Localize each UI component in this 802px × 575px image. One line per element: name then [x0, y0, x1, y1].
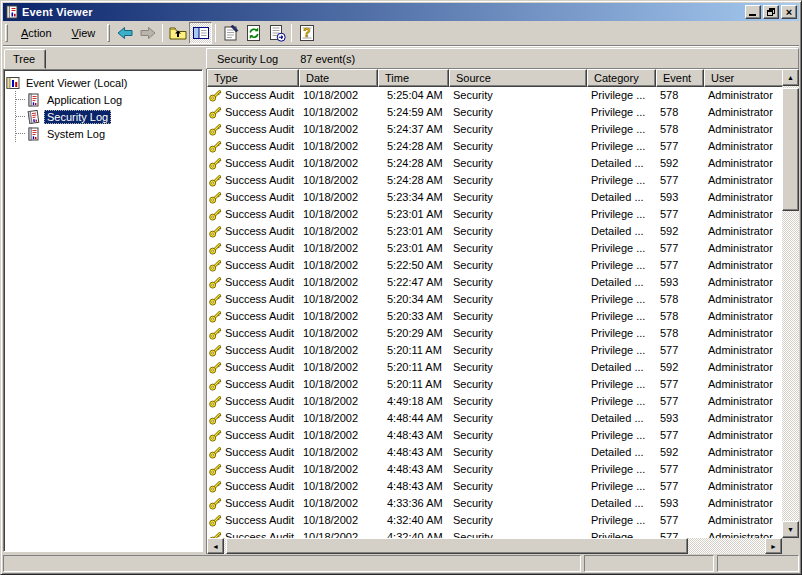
- event-row[interactable]: Success Audit 10/18/2002 4:48:43 AM Secu…: [207, 478, 782, 495]
- event-time: 5:23:01 AM: [378, 206, 449, 223]
- success-audit-key-icon: [209, 429, 222, 442]
- menubar-grip[interactable]: [5, 24, 8, 42]
- event-source: Security: [449, 325, 587, 342]
- tree-item-label[interactable]: Event Viewer (Local): [24, 76, 129, 90]
- event-type: Success Audit: [225, 376, 294, 393]
- event-row[interactable]: Success Audit 10/18/2002 5:23:01 AM Secu…: [207, 240, 782, 257]
- success-audit-key-icon: [209, 140, 222, 153]
- event-user: Administrator: [704, 359, 782, 376]
- event-row[interactable]: Success Audit 10/18/2002 4:32:40 AM Secu…: [207, 529, 782, 538]
- toolbar-grip[interactable]: [107, 24, 110, 42]
- refresh-button[interactable]: [242, 22, 265, 44]
- success-audit-key-icon: [209, 259, 222, 272]
- properties-button[interactable]: [219, 22, 242, 44]
- event-row[interactable]: Success Audit 10/18/2002 5:20:11 AM Secu…: [207, 342, 782, 359]
- event-row[interactable]: Success Audit 10/18/2002 5:20:11 AM Secu…: [207, 376, 782, 393]
- event-time: 5:23:01 AM: [378, 240, 449, 257]
- tree-item-label[interactable]: System Log: [44, 127, 108, 141]
- event-row[interactable]: Success Audit 10/18/2002 4:48:44 AM Secu…: [207, 410, 782, 427]
- show-hide-console-tree-button[interactable]: [189, 22, 212, 44]
- event-row[interactable]: Success Audit 10/18/2002 5:24:28 AM Secu…: [207, 138, 782, 155]
- event-source: Security: [449, 155, 587, 172]
- column-header-time[interactable]: Time: [378, 69, 449, 87]
- column-header-user[interactable]: User: [704, 69, 782, 87]
- event-row[interactable]: Success Audit 10/18/2002 5:24:59 AM Secu…: [207, 104, 782, 121]
- event-row[interactable]: Success Audit 10/18/2002 4:32:40 AM Secu…: [207, 512, 782, 529]
- titlebar[interactable]: Event Viewer ×: [3, 3, 799, 21]
- event-row[interactable]: Success Audit 10/18/2002 4:48:43 AM Secu…: [207, 427, 782, 444]
- vertical-scroll-track[interactable]: [782, 86, 799, 521]
- event-row[interactable]: Success Audit 10/18/2002 5:22:50 AM Secu…: [207, 257, 782, 274]
- event-time: 4:48:44 AM: [378, 410, 449, 427]
- tree-item-label[interactable]: Security Log: [44, 110, 111, 124]
- up-one-level-button[interactable]: [166, 22, 189, 44]
- event-row[interactable]: Success Audit 10/18/2002 5:20:29 AM Secu…: [207, 325, 782, 342]
- event-row[interactable]: Success Audit 10/18/2002 5:24:28 AM Secu…: [207, 155, 782, 172]
- vertical-scroll-thumb[interactable]: [782, 88, 799, 211]
- minimize-button[interactable]: [745, 5, 761, 19]
- tree-item-application-log[interactable]: Application Log: [16, 91, 200, 108]
- event-row[interactable]: Success Audit 10/18/2002 5:20:33 AM Secu…: [207, 308, 782, 325]
- event-source: Security: [449, 342, 587, 359]
- horizontal-scrollbar[interactable]: ◄ ►: [207, 538, 782, 554]
- caption-log-name: Security Log: [217, 53, 278, 65]
- event-row[interactable]: Success Audit 10/18/2002 5:23:34 AM Secu…: [207, 189, 782, 206]
- event-time: 4:48:43 AM: [378, 461, 449, 478]
- event-row[interactable]: Success Audit 10/18/2002 5:22:47 AM Secu…: [207, 274, 782, 291]
- close-button[interactable]: ×: [781, 5, 797, 19]
- event-source: Security: [449, 359, 587, 376]
- event-id: 593: [656, 189, 704, 206]
- column-header-event[interactable]: Event: [656, 69, 704, 87]
- event-row[interactable]: Success Audit 10/18/2002 4:48:43 AM Secu…: [207, 444, 782, 461]
- event-type-cell: Success Audit: [207, 410, 299, 427]
- restore-button[interactable]: [763, 5, 779, 19]
- horizontal-scroll-track[interactable]: [224, 538, 765, 554]
- tree-item-label[interactable]: Application Log: [44, 93, 125, 107]
- tree-item-event-viewer-local[interactable]: Event Viewer (Local): [6, 74, 200, 91]
- vertical-scrollbar[interactable]: ▲ ▼: [782, 69, 799, 538]
- event-row[interactable]: Success Audit 10/18/2002 5:20:34 AM Secu…: [207, 291, 782, 308]
- scroll-down-button[interactable]: ▼: [782, 521, 799, 538]
- tree-item-system-log[interactable]: System Log: [16, 125, 200, 142]
- menu-view[interactable]: View: [62, 24, 106, 42]
- tree-item-security-log[interactable]: Security Log: [16, 108, 200, 125]
- event-type: Success Audit: [225, 478, 294, 495]
- event-row[interactable]: Success Audit 10/18/2002 5:23:01 AM Secu…: [207, 223, 782, 240]
- event-row[interactable]: Success Audit 10/18/2002 4:49:18 AM Secu…: [207, 393, 782, 410]
- event-type-cell: Success Audit: [207, 172, 299, 189]
- event-viewer-window: Event Viewer × Action View: [0, 0, 802, 575]
- event-row[interactable]: Success Audit 10/18/2002 5:25:04 AM Secu…: [207, 87, 782, 104]
- event-type: Success Audit: [225, 342, 294, 359]
- event-user: Administrator: [704, 257, 782, 274]
- event-row[interactable]: Success Audit 10/18/2002 4:48:43 AM Secu…: [207, 461, 782, 478]
- event-date: 10/18/2002: [299, 121, 378, 138]
- event-row[interactable]: Success Audit 10/18/2002 5:24:37 AM Secu…: [207, 121, 782, 138]
- scroll-up-button[interactable]: ▲: [782, 69, 799, 86]
- status-bar: [3, 552, 799, 572]
- event-date: 10/18/2002: [299, 240, 378, 257]
- event-row[interactable]: Success Audit 10/18/2002 5:20:11 AM Secu…: [207, 359, 782, 376]
- success-audit-key-icon: [209, 123, 222, 136]
- horizontal-scroll-thumb[interactable]: [226, 538, 688, 554]
- event-user: Administrator: [704, 104, 782, 121]
- event-date: 10/18/2002: [299, 155, 378, 172]
- back-button[interactable]: [113, 22, 136, 44]
- column-header-source[interactable]: Source: [449, 69, 587, 87]
- column-header-category[interactable]: Category: [587, 69, 656, 87]
- event-id: 577: [656, 512, 704, 529]
- column-header-type[interactable]: Type: [207, 69, 299, 87]
- export-list-button[interactable]: [265, 22, 288, 44]
- event-type-cell: Success Audit: [207, 138, 299, 155]
- column-header-date[interactable]: Date: [299, 69, 378, 87]
- tab-tree[interactable]: Tree: [4, 49, 46, 69]
- event-rows: Success Audit 10/18/2002 5:25:04 AM Secu…: [207, 87, 782, 538]
- event-row[interactable]: Success Audit 10/18/2002 5:24:28 AM Secu…: [207, 172, 782, 189]
- event-row[interactable]: Success Audit 10/18/2002 4:33:36 AM Secu…: [207, 495, 782, 512]
- menu-action[interactable]: Action: [11, 24, 62, 42]
- event-type: Success Audit: [225, 291, 294, 308]
- event-row[interactable]: Success Audit 10/18/2002 5:23:01 AM Secu…: [207, 206, 782, 223]
- tree-panel[interactable]: Event Viewer (Local) Application Log: [3, 69, 203, 552]
- success-audit-key-icon: [209, 514, 222, 527]
- event-category: Privilege ...: [587, 325, 656, 342]
- help-button[interactable]: ?: [295, 22, 318, 44]
